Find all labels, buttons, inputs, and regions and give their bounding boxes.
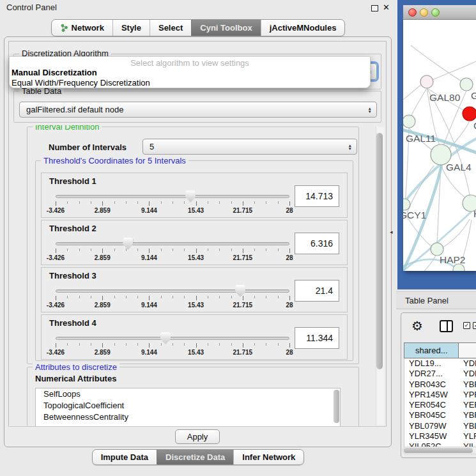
close-icon[interactable]: ✕	[383, 3, 390, 12]
slider-tick	[79, 296, 80, 298]
slider-tick-label: 2.859	[95, 349, 111, 356]
slider-tick	[56, 201, 56, 206]
table-data-combobox[interactable]: galFiltered.sif default node ▲▼	[19, 102, 377, 118]
table-panel-titlebar: Table Panel	[396, 291, 476, 309]
table-row[interactable]: YLR345WYLR3	[404, 431, 476, 441]
table-cell[interactable]: YBR043C	[404, 380, 459, 390]
threshold-value-field[interactable]: 21.4	[295, 280, 339, 302]
node-label: GAL80	[429, 92, 461, 103]
network-icon	[60, 24, 68, 32]
network-node-selected[interactable]	[463, 107, 476, 121]
table-row[interactable]: YER054CYER0	[404, 400, 476, 410]
float-window-icon[interactable]	[371, 5, 378, 12]
tab-discretize-data[interactable]: Discretize Data	[157, 450, 233, 464]
slider-ticks	[56, 249, 289, 254]
attribute-item[interactable]: SelfLoops	[36, 388, 340, 400]
horizontal-scrollbar-thumb[interactable]	[404, 448, 473, 453]
split-divider-handle[interactable]: ◂	[390, 229, 393, 235]
slider-tick-label: 2.859	[95, 302, 111, 309]
network-node[interactable]	[431, 243, 443, 256]
mac-minimize-button[interactable]	[420, 8, 428, 17]
table-cell[interactable]: YDL1	[459, 358, 476, 369]
network-canvas[interactable]: GAL80G.CGAL11GAL4GCY1HHAP2	[403, 20, 476, 271]
slider-tick	[67, 343, 68, 346]
network-node[interactable]	[460, 78, 473, 91]
column-header-shared-name[interactable]: shared...	[404, 343, 459, 358]
slider-tick	[184, 201, 185, 204]
horizontal-scrollbar-track[interactable]	[403, 447, 476, 454]
dropdown-item-equal-width[interactable]: Equal Width/Frequency Discretization	[12, 78, 150, 88]
attribute-item[interactable]: BetweennessCentrality	[36, 411, 340, 423]
threshold-slider[interactable]: -3.4262.8599.14415.4321.71528	[50, 284, 295, 311]
dropdown-hint-item[interactable]: Select algorithm to view settings	[10, 58, 370, 68]
dropdown-item-manual[interactable]: Manual Discretization	[12, 68, 97, 77]
table-cell[interactable]: YDR2	[459, 369, 476, 379]
node-label: C	[473, 120, 476, 131]
checkbox-icon[interactable]: ✓	[463, 322, 470, 329]
slider-tick	[231, 296, 232, 298]
table-cell[interactable]: YER054C	[404, 400, 459, 410]
slider-tick	[102, 343, 103, 348]
list-scrollbar[interactable]	[334, 390, 339, 423]
table-cell[interactable]: YPR145W	[404, 390, 459, 400]
slider-tick	[196, 296, 197, 300]
gear-icon[interactable]: ⚙	[411, 318, 423, 334]
table-row[interactable]: YBL079WYBL0	[404, 421, 476, 431]
network-node[interactable]	[403, 115, 415, 128]
application-window: Control Panel ✕ Network Style Select Cyn…	[0, 0, 476, 476]
table-cell[interactable]: YPR1	[459, 390, 476, 400]
tab-impute-data[interactable]: Impute Data	[93, 450, 157, 464]
slider-tick	[149, 201, 150, 206]
tab-jactivemnodules[interactable]: jActiveMNodules	[261, 20, 345, 36]
threshold-value-field[interactable]: 14.713	[295, 185, 339, 207]
attribute-item[interactable]: TopologicalCoefficient	[36, 400, 340, 411]
threshold-value-field[interactable]: 6.316	[295, 233, 339, 254]
table-row[interactable]: YPR145WYPR1	[404, 390, 476, 400]
slider-tick-label: 28	[286, 207, 293, 214]
threshold-panel: Threshold 4 -3.4262.8599.14415.4321.7152…	[41, 314, 348, 360]
slider-tick	[219, 201, 220, 204]
threshold-value-field[interactable]: 11.344	[295, 327, 339, 349]
table-row[interactable]: YDL19...YDL1	[404, 358, 476, 369]
column-header-name[interactable]: n	[459, 343, 476, 358]
tab-style[interactable]: Style	[112, 20, 150, 36]
tab-infer-network[interactable]: Infer Network	[233, 450, 303, 464]
table-cell[interactable]: YDL19...	[404, 358, 459, 369]
slider-tick	[126, 343, 127, 346]
mac-zoom-button[interactable]	[431, 8, 440, 17]
table-cell[interactable]: YLR3	[459, 431, 476, 441]
slider-tick	[254, 201, 255, 204]
slider-tick	[114, 249, 115, 251]
network-node[interactable]	[420, 75, 433, 88]
tab-label: Network	[72, 23, 104, 33]
tab-select[interactable]: Select	[150, 20, 191, 36]
apply-button[interactable]: Apply	[175, 429, 220, 444]
tab-cyni-toolbox[interactable]: Cyni Toolbox	[191, 20, 260, 36]
slider-tick	[161, 296, 162, 298]
threshold-slider[interactable]: -3.4262.8599.14415.4321.71528	[50, 190, 295, 217]
table-cell[interactable]: YBL079W	[404, 421, 459, 431]
table-cell[interactable]: YBR0	[459, 380, 476, 390]
table-cell[interactable]: YBR0	[459, 410, 476, 420]
slider-tick	[56, 343, 56, 348]
slider-tick-label: -3.426	[47, 302, 65, 309]
table-row[interactable]: YBR045CYBR0	[404, 410, 476, 420]
split-columns-icon[interactable]	[440, 320, 453, 332]
tab-network[interactable]: Network	[52, 20, 112, 36]
table-cell[interactable]: YDR27...	[404, 369, 459, 379]
table-row[interactable]: YBR043CYBR0	[404, 380, 476, 390]
table-cell[interactable]: YBR045C	[404, 410, 459, 420]
table-cell[interactable]: YER0	[459, 400, 476, 410]
slider-tick	[219, 296, 220, 298]
slider-tick	[102, 201, 103, 206]
threshold-slider[interactable]: -3.4262.8599.14415.4321.71528	[50, 237, 295, 264]
table-cell[interactable]: YLR345W	[404, 431, 459, 441]
scrollbar-thumb[interactable]	[376, 133, 383, 369]
mac-close-button[interactable]	[408, 8, 417, 17]
threshold-slider[interactable]: -3.4262.8599.14415.4321.71528	[50, 332, 295, 358]
checkbox-icon[interactable]: ✓	[473, 322, 476, 329]
table-cell[interactable]: YBL0	[459, 421, 476, 431]
network-window-titlebar[interactable]	[403, 5, 476, 20]
table-row[interactable]: YDR27...YDR2	[404, 369, 476, 379]
num-intervals-combobox[interactable]: 5 ▲▼	[142, 139, 357, 155]
